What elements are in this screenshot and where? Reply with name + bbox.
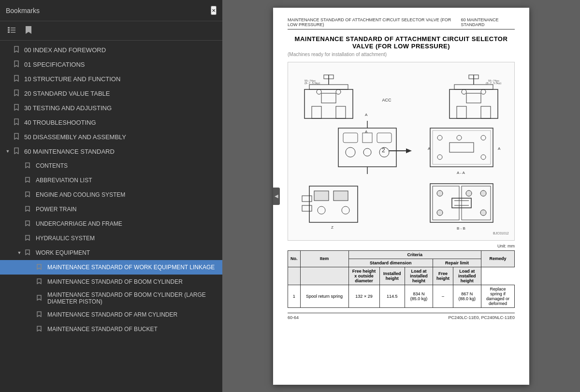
- table-row: 1 Spool return spring 132 × 29 114.5 834…: [288, 285, 515, 307]
- sidebar-item-item-60-power[interactable]: POWER TRAIN: [0, 202, 222, 217]
- doc-header-left: MAINTENANCE STANDARD OF ATTACHMENT CIRCU…: [288, 17, 461, 27]
- item-label-item-60-work-boom: MAINTENANCE STANDARD OF BOOM CYLINDER: [47, 278, 218, 285]
- expand-arrow-item-60-work[interactable]: ▼: [15, 250, 23, 255]
- svg-rect-4: [11, 30, 15, 31]
- main-content: ◀ MAINTENANCE STANDARD OF ATTACHMENT CIR…: [222, 0, 580, 392]
- item-label-item-30: 30 TESTING AND ADJUSTING: [24, 104, 218, 112]
- item-label-item-60-under: UNDERCARRIAGE AND FRAME: [36, 220, 218, 227]
- item-label-item-10: 10 STRUCTURE AND FUNCTION: [24, 75, 218, 83]
- sidebar-item-item-30[interactable]: 30 TESTING AND ADJUSTING: [0, 101, 222, 115]
- sidebar-item-item-00[interactable]: 00 INDEX AND FOREWORD: [0, 43, 222, 57]
- bookmark-icon-item-40: [14, 118, 22, 127]
- svg-rect-2: [8, 31, 10, 33]
- svg-point-69: [437, 210, 443, 216]
- item-label-item-50: 50 DISASSEMBLY AND ASSEMBLY: [24, 133, 218, 141]
- bookmark-icon-item-60: [14, 147, 22, 156]
- bookmark-icon-item-01: [14, 60, 22, 69]
- sidebar-item-item-60-hydraulic[interactable]: HYDRAULIC SYSTEM: [0, 231, 222, 246]
- sidebar-item-item-20[interactable]: 20 STANDARD VALUE TABLE: [0, 86, 222, 101]
- data-table: No. Item Criteria Remedy Standard dimens…: [288, 250, 515, 308]
- collapse-sidebar-button[interactable]: ◀: [273, 188, 280, 205]
- svg-point-66: [437, 190, 443, 196]
- svg-text:A - A: A - A: [457, 171, 465, 175]
- sidebar-header: Bookmarks ×: [0, 0, 222, 21]
- svg-rect-3: [11, 28, 15, 29]
- sidebar-item-item-10[interactable]: 10 STRUCTURE AND FUNCTION: [0, 72, 222, 86]
- cell-item: Spool return spring: [300, 285, 348, 307]
- bookmark-icon-item-60-engine: [25, 191, 34, 199]
- cell-no: 1: [288, 285, 301, 307]
- svg-point-68: [480, 190, 486, 196]
- sidebar-item-item-60-abbrev[interactable]: ABBREVIATION LIST: [0, 173, 222, 188]
- bookmark-icon-item-00: [14, 46, 22, 54]
- bookmark-icon-item-60-work-linkage: [37, 264, 45, 271]
- bookmark-icon-item-60-work: [25, 249, 34, 257]
- sidebar-item-item-50[interactable]: 50 DISASSEMBLY AND ASSEMBLY: [0, 130, 222, 144]
- item-label-item-60-contents: CONTENTS: [36, 162, 218, 169]
- close-button[interactable]: ×: [211, 6, 217, 15]
- cell-load-rep: 867 N(88.0 kg): [453, 285, 481, 307]
- svg-text:A: A: [365, 113, 368, 117]
- svg-point-70: [480, 210, 486, 216]
- svg-text:A: A: [498, 146, 501, 151]
- footer-right: PC240LC-11E0, PC240NLC-11E0: [448, 315, 515, 320]
- bookmark-icon-item-30: [14, 104, 22, 112]
- diagram-box: 55~74pc (8~7, 5.5kp) ACC: [288, 62, 515, 241]
- doc-title: MAINTENANCE STANDARD OF ATTACHMENT CIRCU…: [288, 35, 515, 50]
- svg-text:(8~7, 5.5kp): (8~7, 5.5kp): [486, 82, 501, 85]
- sidebar-item-item-60-engine[interactable]: ENGINE AND COOLING SYSTEM: [0, 188, 222, 202]
- svg-text:BJC01012: BJC01012: [493, 232, 509, 235]
- sidebar-item-item-60-work[interactable]: ▼WORK EQUIPMENT: [0, 246, 222, 260]
- unit-label: Unit: mm: [288, 244, 515, 248]
- sidebar-item-item-60-work-boom-large[interactable]: MAINTENANCE STANDARD OF BOOM CYLINDER (L…: [0, 289, 222, 307]
- item-label-item-60-power: POWER TRAIN: [36, 206, 218, 213]
- sidebar-item-item-60-contents[interactable]: CONTENTS: [0, 159, 222, 173]
- sidebar-item-item-01[interactable]: 01 SPECIFICATIONS: [0, 57, 222, 72]
- cell-load-installed: 834 N(85.0 kg): [405, 285, 433, 307]
- page-viewer: MAINTENANCE STANDARD OF ATTACHMENT CIRCU…: [273, 8, 529, 385]
- item-label-item-60-work-arm: MAINTENANCE STANDARD OF ARM CYLINDER: [47, 311, 218, 318]
- svg-text:(8~7, 5.5kp): (8~7, 5.5kp): [304, 82, 320, 85]
- item-label-item-40: 40 TROUBLESHOOTING: [24, 119, 218, 126]
- item-label-item-60-work: WORK EQUIPMENT: [36, 249, 218, 256]
- col-no: No.: [288, 250, 301, 267]
- bookmark-icon-item-60-under: [25, 220, 34, 228]
- sidebar-item-item-60-work-boom[interactable]: MAINTENANCE STANDARD OF BOOM CYLINDER: [0, 275, 222, 289]
- sidebar-item-item-40[interactable]: 40 TROUBLESHOOTING: [0, 115, 222, 130]
- col-free-height: Free height x outside diameter: [348, 267, 379, 285]
- col-free-height-limit: Free height: [433, 267, 453, 285]
- bookmark-icon-item-20: [14, 89, 22, 98]
- svg-point-67: [466, 190, 472, 196]
- item-label-item-60-work-bucket: MAINTENANCE STANDARD OF BUCKET: [47, 326, 218, 333]
- sidebar-toolbar: [0, 21, 222, 41]
- cell-free-height-dia: 132 × 29: [348, 285, 379, 307]
- bookmark-button[interactable]: [22, 25, 35, 36]
- doc-footer: 60-64 PC240LC-11E0, PC240NLC-11E0: [288, 313, 515, 320]
- bookmark-icon-item-10: [14, 75, 22, 83]
- item-label-item-60-engine: ENGINE AND COOLING SYSTEM: [36, 191, 218, 198]
- col-installed-height: Installed height: [379, 267, 405, 285]
- sidebar-item-item-60-work-bucket[interactable]: MAINTENANCE STANDARD OF BUCKET: [0, 322, 222, 336]
- sidebar-item-item-60-under[interactable]: UNDERCARRIAGE AND FRAME: [0, 217, 222, 231]
- bookmark-icon-item-60-work-arm: [37, 311, 45, 319]
- svg-rect-59: [334, 191, 348, 201]
- svg-text:B - B: B - B: [457, 226, 465, 231]
- sidebar-item-item-60-work-linkage[interactable]: MAINTENANCE STANDARD OF WORK EQUIPMENT L…: [0, 260, 222, 275]
- svg-rect-0: [8, 27, 10, 29]
- item-label-item-60: 60 MAINTENANCE STANDARD: [24, 148, 218, 155]
- sidebar-item-item-60[interactable]: ▼60 MAINTENANCE STANDARD: [0, 144, 222, 159]
- sidebar: Bookmarks × 00 INDEX AND FOREWORD01 SPEC…: [0, 0, 222, 392]
- col-remedy: Remedy: [481, 250, 514, 267]
- doc-header-right: 60 MAINTENANCE STANDARD: [461, 17, 515, 27]
- list-view-button[interactable]: [5, 26, 18, 36]
- expand-arrow-item-60[interactable]: ▼: [4, 149, 12, 154]
- cell-remedy: Replace spring if damaged or deformed: [481, 285, 514, 307]
- item-label-item-60-hydraulic: HYDRAULIC SYSTEM: [36, 235, 218, 242]
- col-repair: Repair limit: [433, 259, 481, 267]
- sidebar-item-item-60-work-arm[interactable]: MAINTENANCE STANDARD OF ARM CYLINDER: [0, 307, 222, 322]
- valve-diagram: 55~74pc (8~7, 5.5kp) ACC: [290, 65, 512, 237]
- doc-header: MAINTENANCE STANDARD OF ATTACHMENT CIRCU…: [288, 17, 515, 29]
- item-label-item-20: 20 STANDARD VALUE TABLE: [24, 90, 218, 97]
- svg-text:ACC: ACC: [382, 98, 392, 102]
- footer-left: 60-64: [288, 315, 299, 320]
